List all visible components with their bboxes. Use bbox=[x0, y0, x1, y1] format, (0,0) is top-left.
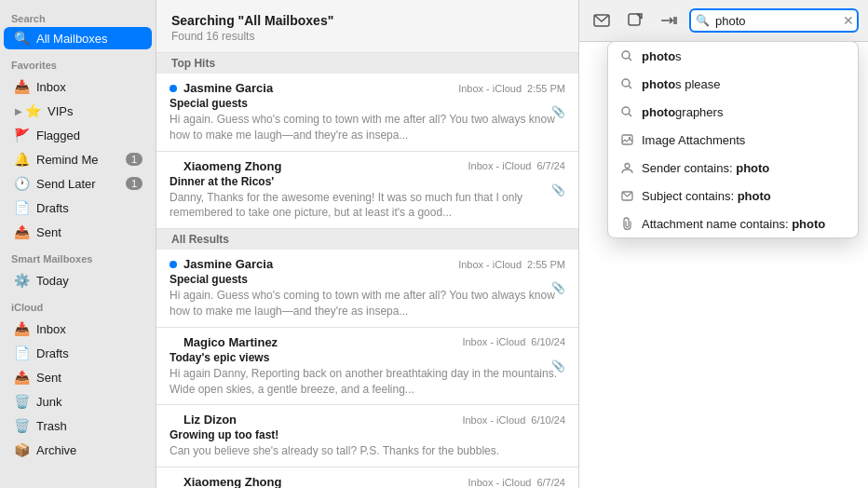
sidebar-item-icloud-trash[interactable]: 🗑️ Trash bbox=[4, 414, 152, 437]
sidebar-item-all-mailboxes[interactable]: 🔍 All Mailboxes bbox=[4, 27, 152, 49]
email-item-header: Jasmine Garcia Inbox - iCloud 2:55 PM bbox=[170, 257, 565, 271]
sidebar-item-today[interactable]: ⚙️ Today bbox=[4, 269, 152, 291]
paperclip-icon: 📎 bbox=[551, 183, 565, 197]
top-hits-label: Top Hits bbox=[156, 53, 578, 74]
sent-icon: 📤 bbox=[13, 224, 30, 240]
sidebar-item-sent[interactable]: 📤 Sent bbox=[4, 221, 152, 243]
unread-dot bbox=[170, 85, 177, 92]
email-mailbox: Inbox - iCloud bbox=[462, 414, 525, 426]
sidebar-item-icloud-junk[interactable]: 🗑️ Junk bbox=[4, 390, 152, 413]
sidebar-item-icloud-sent[interactable]: 📤 Sent bbox=[4, 366, 152, 388]
drafts-icon: 📄 bbox=[13, 199, 30, 216]
sidebar-item-vips[interactable]: ▶ ⭐ VIPs bbox=[4, 100, 152, 122]
email-item[interactable]: Jasmine Garcia Inbox - iCloud 2:55 PM Sp… bbox=[156, 250, 578, 328]
email-item[interactable]: Magico Martinez Inbox - iCloud 6/10/24 T… bbox=[156, 328, 578, 406]
email-preview: Hi again Danny, Reporting back on anothe… bbox=[170, 366, 565, 398]
icloud-archive-icon: 📦 bbox=[13, 441, 30, 458]
email-item-header: Xiaomeng Zhong Inbox - iCloud 6/7/24 bbox=[170, 159, 565, 173]
email-sender: Jasmine Garcia bbox=[183, 81, 273, 95]
vip-chevron-icon: ▶ bbox=[15, 106, 22, 116]
svg-point-14 bbox=[625, 163, 630, 168]
email-item[interactable]: Xiaomeng Zhong Inbox - iCloud 6/7/24 Din… bbox=[156, 152, 578, 230]
unread-dot bbox=[170, 261, 177, 268]
all-mailboxes-icon: 🔍 bbox=[13, 30, 30, 47]
paperclip-icon: 📎 bbox=[551, 105, 565, 118]
search-clear-button[interactable]: ✕ bbox=[843, 14, 854, 27]
email-subject: Growing up too fast! bbox=[170, 428, 565, 441]
remind-me-icon: 🔔 bbox=[13, 151, 30, 168]
email-sender: Xiaomeng Zhong bbox=[183, 475, 281, 488]
today-label: Today bbox=[36, 274, 142, 288]
email-preview: Danny, Thanks for the awesome evening! I… bbox=[170, 190, 565, 222]
icloud-sent-icon: 📤 bbox=[13, 369, 30, 386]
autocomplete-item-sender-contains[interactable]: Sender contains: photo bbox=[608, 154, 858, 182]
email-item[interactable]: Xiaomeng Zhong Inbox - iCloud 6/7/24 Din… bbox=[156, 468, 578, 488]
search-input[interactable] bbox=[689, 8, 859, 33]
email-item[interactable]: Liz Dizon Inbox - iCloud 6/10/24 Growing… bbox=[156, 405, 578, 468]
remind-me-badge: 1 bbox=[126, 153, 142, 166]
image-icon bbox=[619, 132, 634, 147]
email-list: Top Hits Jasmine Garcia Inbox - iCloud 2… bbox=[156, 53, 578, 488]
email-subject: Special guests bbox=[170, 273, 565, 286]
expand-button[interactable] bbox=[656, 7, 682, 34]
favorites-label: Favorites bbox=[0, 50, 156, 75]
autocomplete-text: photos bbox=[642, 49, 847, 63]
email-subject: Today's epic views bbox=[170, 351, 565, 364]
flagged-icon: 🚩 bbox=[13, 127, 30, 143]
autocomplete-item-subject-contains[interactable]: Subject contains: photo bbox=[608, 182, 858, 210]
email-subject: Dinner at the Ricos' bbox=[170, 175, 565, 188]
sidebar-item-icloud-drafts[interactable]: 📄 Drafts bbox=[4, 342, 152, 364]
icloud-drafts-label: Drafts bbox=[36, 346, 142, 360]
sidebar-item-icloud-inbox[interactable]: 📥 Inbox bbox=[4, 318, 152, 340]
sidebar-search-section: Search bbox=[0, 7, 156, 26]
email-item-header: Magico Martinez Inbox - iCloud 6/10/24 bbox=[170, 335, 565, 349]
svg-line-11 bbox=[629, 114, 631, 116]
main-subtitle: Found 16 results bbox=[171, 30, 563, 43]
sidebar-item-remind-me[interactable]: 🔔 Remind Me 1 bbox=[4, 148, 152, 170]
sidebar-item-icloud-archive[interactable]: 📦 Archive bbox=[4, 439, 152, 461]
envelope-icon bbox=[593, 13, 610, 28]
vip-icon: ⭐ bbox=[24, 102, 41, 119]
email-time: 6/7/24 bbox=[536, 160, 565, 171]
email-meta: Inbox - iCloud 6/7/24 bbox=[468, 160, 565, 171]
paperclip-small-icon bbox=[619, 216, 634, 231]
search-box-container: 🔍 ✕ bbox=[689, 8, 859, 33]
email-mailbox: Inbox - iCloud bbox=[468, 477, 532, 488]
all-results-label: All Results bbox=[156, 229, 578, 250]
email-mailbox: Inbox - iCloud bbox=[458, 259, 522, 270]
svg-line-9 bbox=[629, 86, 631, 88]
icloud-trash-icon: 🗑️ bbox=[13, 417, 30, 434]
email-sender-row: Jasmine Garcia bbox=[170, 81, 273, 95]
icloud-archive-label: Archive bbox=[36, 443, 142, 457]
compose-button[interactable] bbox=[622, 7, 648, 34]
sidebar-item-drafts[interactable]: 📄 Drafts bbox=[4, 197, 152, 219]
autocomplete-item-photos-please[interactable]: photos please bbox=[608, 70, 858, 98]
autocomplete-item-photographers[interactable]: photographers bbox=[608, 98, 858, 126]
autocomplete-text: Image Attachments bbox=[642, 133, 847, 147]
sidebar-item-send-later[interactable]: 🕐 Send Later 1 bbox=[4, 172, 152, 195]
autocomplete-item-photos[interactable]: photos bbox=[608, 42, 858, 70]
today-icon: ⚙️ bbox=[13, 272, 30, 289]
email-item[interactable]: Jasmine Garcia Inbox - iCloud 2:55 PM Sp… bbox=[156, 74, 578, 152]
svg-point-6 bbox=[622, 51, 630, 59]
main-header: Searching "All Mailboxes" Found 16 resul… bbox=[156, 0, 578, 53]
email-meta: Inbox - iCloud 6/10/24 bbox=[462, 414, 565, 426]
toolbar: 🔍 ✕ bbox=[579, 0, 868, 42]
sidebar-item-inbox[interactable]: 📥 Inbox bbox=[4, 75, 152, 98]
icloud-trash-label: Trash bbox=[36, 419, 142, 433]
autocomplete-item-image-attachments[interactable]: Image Attachments bbox=[608, 126, 858, 154]
new-message-button[interactable] bbox=[589, 7, 615, 34]
email-sender: Jasmine Garcia bbox=[183, 257, 273, 271]
main-title: Searching "All Mailboxes" bbox=[171, 13, 563, 28]
sidebar-item-flagged[interactable]: 🚩 Flagged bbox=[4, 124, 152, 146]
svg-line-7 bbox=[629, 58, 631, 61]
icloud-label: iCloud bbox=[0, 292, 156, 317]
email-time: 6/10/24 bbox=[531, 414, 565, 426]
autocomplete-item-attachment-name[interactable]: Attachment name contains: photo bbox=[608, 210, 858, 237]
sidebar-search-label: Search bbox=[7, 13, 148, 24]
drafts-label: Drafts bbox=[36, 201, 142, 215]
email-meta: Inbox - iCloud 2:55 PM bbox=[458, 259, 565, 270]
email-item-header: Liz Dizon Inbox - iCloud 6/10/24 bbox=[170, 413, 565, 427]
inbox-label: Inbox bbox=[36, 80, 142, 94]
smart-mailboxes-label: Smart Mailboxes bbox=[0, 244, 156, 268]
